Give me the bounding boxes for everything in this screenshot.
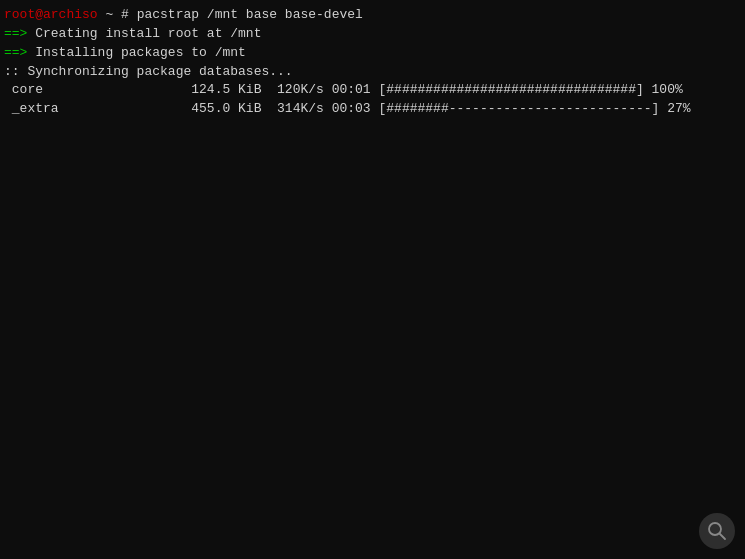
prompt-user: root@archiso: [4, 7, 98, 22]
terminal-line-5: core 124.5 KiB 120K/s 00:01 [###########…: [4, 81, 741, 100]
line-text-3: Installing packages to /mnt: [27, 45, 245, 60]
terminal-line-2: ==> Creating install root at /mnt: [4, 25, 741, 44]
pkg-pct-core: 100%: [644, 82, 683, 97]
watermark-icon: [699, 513, 735, 549]
terminal-line-1: root@archiso ~ # pacstrap /mnt base base…: [4, 6, 741, 25]
pkg-size-extra: 455.0 KiB: [191, 101, 261, 116]
line-text-4: :: Synchronizing package databases...: [4, 64, 293, 79]
terminal-line-3: ==> Installing packages to /mnt: [4, 44, 741, 63]
prompt-cmd: # pacstrap /mnt base base-devel: [121, 7, 363, 22]
arrow-icon-1: ==>: [4, 26, 27, 41]
progress-bar-core: [################################]: [378, 82, 643, 97]
svg-line-1: [720, 534, 726, 540]
terminal-line-4: :: Synchronizing package databases...: [4, 63, 741, 82]
pkg-name-extra: _extra: [4, 101, 191, 116]
terminal-line-6: _extra 455.0 KiB 314K/s 00:03 [########-…: [4, 100, 741, 119]
pkg-speed-core: 120K/s 00:01: [261, 82, 378, 97]
pkg-size-core: 124.5 KiB: [191, 82, 261, 97]
line-text-2: Creating install root at /mnt: [27, 26, 261, 41]
progress-bar-extra: [########--------------------------]: [378, 101, 659, 116]
pkg-name-core: core: [4, 82, 191, 97]
terminal-window: root@archiso ~ # pacstrap /mnt base base…: [0, 0, 745, 559]
arrow-icon-2: ==>: [4, 45, 27, 60]
pkg-speed-extra: 314K/s 00:03: [261, 101, 378, 116]
pkg-pct-extra: 27%: [659, 101, 690, 116]
prompt-path: ~: [98, 7, 121, 22]
